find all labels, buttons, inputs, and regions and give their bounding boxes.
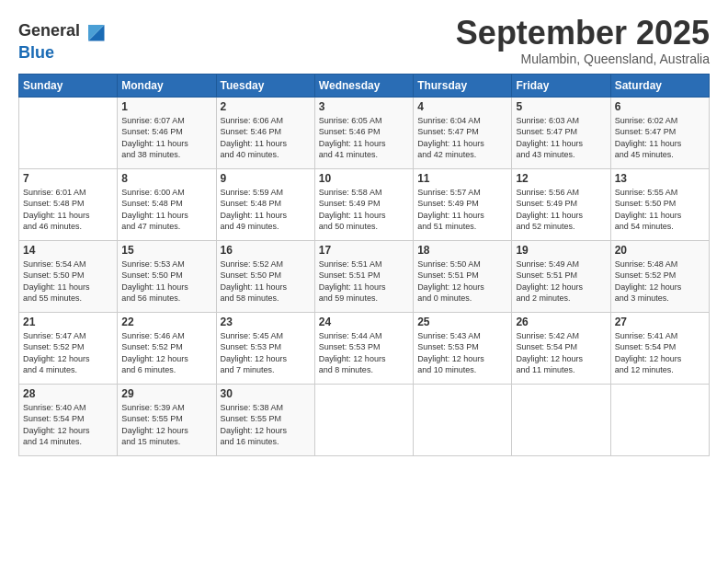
day-cell: 20Sunrise: 5:48 AM Sunset: 5:52 PM Dayli…: [610, 240, 709, 312]
day-info: Sunrise: 6:04 AM Sunset: 5:47 PM Dayligh…: [417, 115, 507, 161]
calendar-table: Sunday Monday Tuesday Wednesday Thursday…: [18, 74, 710, 456]
week-row-3: 14Sunrise: 5:54 AM Sunset: 5:50 PM Dayli…: [19, 240, 710, 312]
col-tuesday: Tuesday: [216, 74, 314, 97]
day-number: 16: [221, 244, 311, 257]
day-number: 11: [417, 172, 507, 185]
day-cell: 28Sunrise: 5:40 AM Sunset: 5:54 PM Dayli…: [19, 384, 118, 455]
day-cell: [19, 97, 118, 168]
day-cell: 6Sunrise: 6:02 AM Sunset: 5:47 PM Daylig…: [610, 97, 709, 168]
day-number: 18: [417, 244, 507, 257]
day-number: 24: [319, 316, 409, 328]
title-block: September 2025 Mulambin, Queensland, Aus…: [456, 15, 710, 66]
day-number: 20: [615, 244, 705, 257]
day-info: Sunrise: 6:06 AM Sunset: 5:46 PM Dayligh…: [221, 115, 311, 161]
day-info: Sunrise: 6:05 AM Sunset: 5:46 PM Dayligh…: [319, 115, 409, 161]
day-info: Sunrise: 5:45 AM Sunset: 5:53 PM Dayligh…: [221, 330, 311, 376]
day-cell: 26Sunrise: 5:42 AM Sunset: 5:54 PM Dayli…: [512, 312, 610, 384]
day-number: 9: [221, 172, 311, 185]
col-friday: Friday: [512, 74, 610, 97]
day-cell: 14Sunrise: 5:54 AM Sunset: 5:50 PM Dayli…: [19, 240, 118, 312]
col-saturday: Saturday: [610, 74, 709, 97]
day-cell: 10Sunrise: 5:58 AM Sunset: 5:49 PM Dayli…: [314, 168, 413, 240]
day-number: 27: [615, 316, 705, 328]
day-cell: 18Sunrise: 5:50 AM Sunset: 5:51 PM Dayli…: [414, 240, 512, 312]
subtitle: Mulambin, Queensland, Australia: [456, 52, 710, 66]
day-info: Sunrise: 5:48 AM Sunset: 5:52 PM Dayligh…: [615, 259, 705, 304]
day-cell: 8Sunrise: 6:00 AM Sunset: 5:48 PM Daylig…: [118, 168, 216, 240]
day-info: Sunrise: 5:40 AM Sunset: 5:54 PM Dayligh…: [23, 402, 113, 448]
day-cell: 11Sunrise: 5:57 AM Sunset: 5:49 PM Dayli…: [414, 168, 512, 240]
day-number: 25: [417, 316, 507, 328]
logo-text-line1: General: [18, 22, 80, 40]
day-cell: 4Sunrise: 6:04 AM Sunset: 5:47 PM Daylig…: [414, 97, 512, 168]
day-cell: 1Sunrise: 6:07 AM Sunset: 5:46 PM Daylig…: [118, 97, 216, 168]
logo: General Blue: [18, 18, 108, 63]
header-row: Sunday Monday Tuesday Wednesday Thursday…: [19, 74, 710, 97]
day-cell: 5Sunrise: 6:03 AM Sunset: 5:47 PM Daylig…: [512, 97, 610, 168]
day-number: 2: [221, 100, 311, 113]
day-info: Sunrise: 6:07 AM Sunset: 5:46 PM Dayligh…: [121, 115, 211, 161]
header: General Blue September 2025 Mulambin, Qu…: [18, 15, 710, 66]
day-number: 15: [121, 244, 211, 257]
day-info: Sunrise: 6:01 AM Sunset: 5:48 PM Dayligh…: [23, 187, 113, 233]
logo-icon: [82, 18, 108, 44]
week-row-2: 7Sunrise: 6:01 AM Sunset: 5:48 PM Daylig…: [19, 168, 710, 240]
day-cell: 17Sunrise: 5:51 AM Sunset: 5:51 PM Dayli…: [314, 240, 413, 312]
month-title: September 2025: [456, 15, 710, 52]
day-number: 6: [615, 100, 705, 113]
col-wednesday: Wednesday: [314, 74, 413, 97]
day-cell: [414, 384, 512, 455]
day-number: 7: [23, 172, 113, 185]
day-info: Sunrise: 5:43 AM Sunset: 5:53 PM Dayligh…: [417, 330, 507, 376]
week-row-5: 28Sunrise: 5:40 AM Sunset: 5:54 PM Dayli…: [19, 384, 710, 455]
day-cell: 21Sunrise: 5:47 AM Sunset: 5:52 PM Dayli…: [19, 312, 118, 384]
logo-general: General: [18, 21, 80, 40]
day-number: 10: [319, 172, 409, 185]
day-cell: 19Sunrise: 5:49 AM Sunset: 5:51 PM Dayli…: [512, 240, 610, 312]
day-cell: 24Sunrise: 5:44 AM Sunset: 5:53 PM Dayli…: [314, 312, 413, 384]
day-number: 12: [516, 172, 606, 185]
day-info: Sunrise: 5:39 AM Sunset: 5:55 PM Dayligh…: [121, 402, 211, 448]
day-info: Sunrise: 5:41 AM Sunset: 5:54 PM Dayligh…: [615, 330, 705, 376]
day-info: Sunrise: 5:46 AM Sunset: 5:52 PM Dayligh…: [121, 330, 211, 376]
day-cell: 13Sunrise: 5:55 AM Sunset: 5:50 PM Dayli…: [610, 168, 709, 240]
day-cell: 7Sunrise: 6:01 AM Sunset: 5:48 PM Daylig…: [19, 168, 118, 240]
day-cell: 9Sunrise: 5:59 AM Sunset: 5:48 PM Daylig…: [216, 168, 314, 240]
day-number: 22: [121, 316, 211, 328]
day-number: 14: [23, 244, 113, 257]
day-cell: 2Sunrise: 6:06 AM Sunset: 5:46 PM Daylig…: [216, 97, 314, 168]
day-number: 1: [121, 100, 211, 113]
day-info: Sunrise: 5:47 AM Sunset: 5:52 PM Dayligh…: [23, 330, 113, 376]
day-info: Sunrise: 6:00 AM Sunset: 5:48 PM Dayligh…: [121, 187, 211, 233]
day-cell: 25Sunrise: 5:43 AM Sunset: 5:53 PM Dayli…: [414, 312, 512, 384]
day-info: Sunrise: 5:58 AM Sunset: 5:49 PM Dayligh…: [319, 187, 409, 233]
day-number: 5: [516, 100, 606, 113]
day-info: Sunrise: 5:44 AM Sunset: 5:53 PM Dayligh…: [319, 330, 409, 376]
day-number: 29: [121, 387, 211, 400]
day-number: 17: [319, 244, 409, 257]
day-info: Sunrise: 5:53 AM Sunset: 5:50 PM Dayligh…: [121, 259, 211, 304]
day-cell: 22Sunrise: 5:46 AM Sunset: 5:52 PM Dayli…: [118, 312, 216, 384]
day-cell: 27Sunrise: 5:41 AM Sunset: 5:54 PM Dayli…: [610, 312, 709, 384]
day-cell: 30Sunrise: 5:38 AM Sunset: 5:55 PM Dayli…: [216, 384, 314, 455]
day-number: 23: [221, 316, 311, 328]
day-number: 8: [121, 172, 211, 185]
day-number: 4: [417, 100, 507, 113]
day-cell: 29Sunrise: 5:39 AM Sunset: 5:55 PM Dayli…: [118, 384, 216, 455]
day-number: 13: [615, 172, 705, 185]
day-cell: [512, 384, 610, 455]
col-sunday: Sunday: [19, 74, 118, 97]
day-number: 19: [516, 244, 606, 257]
day-info: Sunrise: 5:49 AM Sunset: 5:51 PM Dayligh…: [516, 259, 606, 304]
day-cell: [314, 384, 413, 455]
day-number: 28: [23, 387, 113, 400]
day-cell: 23Sunrise: 5:45 AM Sunset: 5:53 PM Dayli…: [216, 312, 314, 384]
day-cell: 12Sunrise: 5:56 AM Sunset: 5:49 PM Dayli…: [512, 168, 610, 240]
day-cell: [610, 384, 709, 455]
day-number: 3: [319, 100, 409, 113]
day-info: Sunrise: 5:51 AM Sunset: 5:51 PM Dayligh…: [319, 259, 409, 304]
logo-text-line2: Blue: [18, 44, 108, 63]
day-info: Sunrise: 5:54 AM Sunset: 5:50 PM Dayligh…: [23, 259, 113, 304]
day-info: Sunrise: 5:42 AM Sunset: 5:54 PM Dayligh…: [516, 330, 606, 376]
day-cell: 3Sunrise: 6:05 AM Sunset: 5:46 PM Daylig…: [314, 97, 413, 168]
